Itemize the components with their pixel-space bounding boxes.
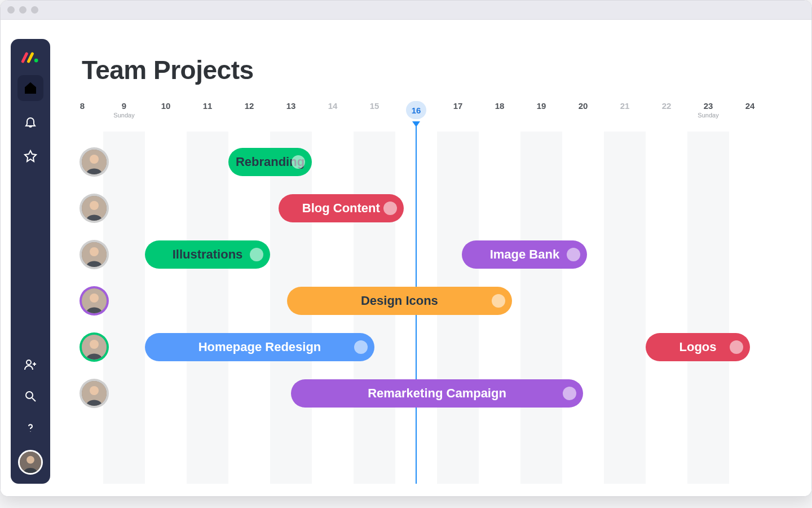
task-label: Blog Content	[302, 201, 380, 216]
timeline: 89Sunday10111213141517181920212223Sunday…	[61, 101, 801, 484]
app-window: Team Projects 89Sunday101112131415171819…	[0, 0, 812, 497]
svg-point-12	[90, 294, 99, 303]
task-bar[interactable]: Logos	[646, 333, 750, 361]
nav-notifications[interactable]	[17, 109, 43, 135]
svg-point-4	[27, 456, 34, 464]
task-label: Design Icons	[361, 294, 438, 308]
nav-invite[interactable]	[17, 352, 43, 378]
star-icon	[24, 149, 37, 163]
date-10[interactable]: 10	[145, 101, 187, 111]
svg-point-16	[90, 386, 99, 395]
task-bar[interactable]: Rebranding	[228, 148, 312, 176]
window-dot	[31, 6, 38, 14]
date-12[interactable]: 12	[228, 101, 270, 111]
row-avatar[interactable]	[80, 332, 109, 362]
task-bar[interactable]: Homepage Redesign	[145, 333, 374, 361]
date-13[interactable]: 13	[270, 101, 312, 111]
date-20[interactable]: 20	[562, 101, 604, 111]
svg-point-14	[90, 340, 99, 349]
row-avatar[interactable]	[80, 240, 109, 269]
avatar-icon	[82, 196, 107, 221]
avatar-icon	[20, 450, 41, 475]
date-18[interactable]: 18	[479, 101, 520, 111]
svg-point-6	[90, 155, 99, 164]
sidebar-bottom	[11, 352, 50, 484]
timeline-col-bg	[604, 132, 646, 484]
task-label: Logos	[679, 340, 717, 354]
window-dot	[19, 6, 27, 14]
row-avatar[interactable]	[80, 194, 109, 223]
avatar-icon	[82, 242, 107, 267]
task-handle-icon[interactable]	[292, 155, 305, 169]
bell-icon	[24, 115, 37, 129]
date-9[interactable]: 9Sunday	[103, 101, 145, 119]
page-title: Team Projects	[82, 55, 801, 85]
add-user-icon	[24, 358, 37, 371]
current-user-avatar[interactable]	[18, 450, 43, 475]
date-24[interactable]: 24	[729, 101, 771, 111]
nav-help[interactable]	[17, 415, 43, 441]
timeline-col-bg	[687, 132, 729, 484]
date-23[interactable]: 23Sunday	[687, 101, 729, 119]
date-11[interactable]: 11	[187, 101, 228, 111]
avatar-icon	[82, 288, 107, 313]
timeline-date-header: 89Sunday10111213141517181920212223Sunday…	[61, 101, 801, 132]
svg-point-8	[90, 201, 99, 210]
nav-favorites[interactable]	[17, 143, 43, 169]
task-handle-icon[interactable]	[250, 248, 263, 261]
task-bar[interactable]: Illustrations	[145, 240, 270, 269]
today-bubble[interactable]: 16	[406, 101, 426, 119]
task-label: Homepage Redesign	[198, 340, 321, 354]
task-bar[interactable]: Design Icons	[287, 287, 513, 315]
avatar-icon	[82, 150, 107, 174]
avatar-icon	[82, 335, 107, 360]
task-bar[interactable]: Image Bank	[462, 240, 587, 269]
home-icon	[24, 81, 37, 95]
app-body: Team Projects 89Sunday101112131415171819…	[1, 20, 811, 496]
nav-home[interactable]	[17, 75, 43, 101]
task-handle-icon[interactable]	[563, 387, 576, 400]
task-handle-icon[interactable]	[730, 340, 743, 354]
row-avatar[interactable]	[80, 147, 109, 177]
task-label: Image Bank	[490, 247, 560, 262]
window-titlebar	[1, 1, 811, 20]
timeline-col-bg	[187, 132, 228, 484]
task-bar[interactable]: Blog Content	[279, 194, 404, 222]
date-8[interactable]: 8	[61, 101, 103, 111]
task-handle-icon[interactable]	[354, 340, 368, 354]
nav-search[interactable]	[17, 383, 43, 409]
task-handle-icon[interactable]	[383, 202, 397, 215]
search-icon	[24, 389, 37, 403]
main-content: Team Projects 89Sunday101112131415171819…	[61, 39, 801, 484]
date-17[interactable]: 17	[437, 101, 479, 111]
svg-point-10	[90, 247, 99, 256]
date-22[interactable]: 22	[646, 101, 687, 111]
date-19[interactable]: 19	[520, 101, 562, 111]
sidebar	[11, 39, 50, 484]
timeline-chart-area[interactable]: 16RebrandingBlog ContentIllustrationsIma…	[61, 132, 801, 484]
date-15[interactable]: 15	[354, 101, 395, 111]
date-14[interactable]: 14	[312, 101, 354, 111]
timeline-col-bg	[103, 132, 145, 484]
task-label: Illustrations	[173, 247, 243, 262]
task-handle-icon[interactable]	[567, 248, 580, 261]
help-icon	[24, 421, 37, 435]
avatar-icon	[82, 381, 107, 406]
svg-point-0	[34, 59, 38, 63]
task-bar[interactable]: Remarketing Campaign	[291, 379, 583, 408]
row-avatar[interactable]	[80, 286, 109, 316]
task-label: Remarketing Campaign	[368, 386, 506, 401]
date-21[interactable]: 21	[604, 101, 646, 111]
svg-point-2	[26, 392, 33, 398]
task-handle-icon[interactable]	[492, 294, 505, 308]
row-avatar[interactable]	[80, 379, 109, 408]
app-logo-icon	[21, 51, 40, 64]
timeline-col-bg	[520, 132, 562, 484]
svg-point-1	[27, 360, 31, 365]
window-dot	[7, 6, 15, 14]
